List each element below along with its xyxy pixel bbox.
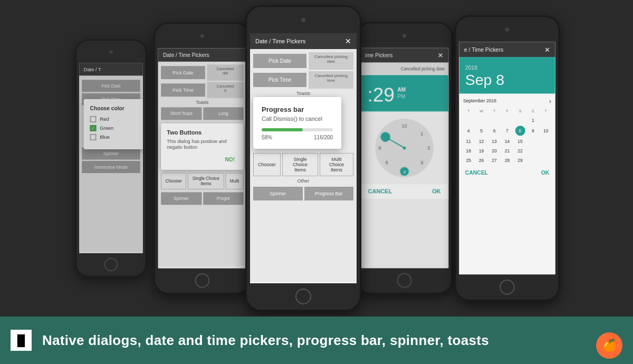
pm-label[interactable]: PM (397, 94, 406, 100)
day-27[interactable]: 27 (488, 156, 501, 164)
pick-date-btn-2[interactable]: Pick Date (161, 66, 205, 79)
blue-checkbox[interactable] (90, 134, 97, 140)
time-display: :29 AM PM (360, 75, 448, 112)
titlebar-3: Date / Time Pickers ✕ (250, 33, 357, 49)
cal-next-btn[interactable]: › (549, 97, 551, 104)
cal-nav: September 2018 › (459, 93, 555, 108)
progress-bar-btn-3[interactable]: Progress Bar (304, 187, 354, 200)
green-label: Green (100, 126, 113, 131)
day-22[interactable]: 22 (514, 147, 526, 155)
pick-time-btn-2[interactable]: Pick Time (161, 83, 205, 97)
time-picker: :29 AM PM 12 1 2 (360, 75, 448, 199)
day-21[interactable]: 21 (501, 147, 513, 155)
clock-face: 12 1 2 3 4 5 6 (360, 112, 448, 185)
clock-center (403, 147, 406, 150)
time-cancel-btn[interactable]: CANCEL (368, 188, 392, 195)
dow-s1: S (514, 108, 526, 114)
dialog-no-btn[interactable]: NO! (222, 155, 238, 164)
blue-label: Blue (100, 135, 110, 140)
day-13[interactable]: 13 (488, 137, 501, 145)
color-blue[interactable]: Blue (90, 134, 140, 140)
icon-symbol: ▐▌ (14, 334, 28, 347)
content-3: Pick Date Cancelled picking date Pick Ti… (250, 49, 357, 282)
day-26[interactable]: 26 (475, 156, 487, 164)
clock-5: 5 (386, 160, 388, 165)
day-29[interactable]: 29 (514, 156, 526, 164)
day-12[interactable]: 12 (475, 137, 487, 145)
single-choice-btn-2[interactable]: Single Choice Items (188, 173, 224, 189)
am-label[interactable]: AM (397, 87, 406, 93)
day-14[interactable]: 14 (501, 137, 513, 145)
content-1: Pick Date Pick Time Toasts Choose color … (79, 76, 143, 252)
week-3: 11 12 13 14 15 (462, 137, 552, 145)
phone-bottom-5 (456, 274, 559, 299)
day-18[interactable]: 18 (462, 147, 475, 155)
dialog-content-2: This dialog has positive and negativ but… (167, 139, 237, 149)
cancelled-time-2: Cancelledti (207, 82, 244, 98)
day-1[interactable]: 1 (526, 116, 539, 124)
day-empty-4 (501, 116, 513, 124)
progress-subtitle: Call Dismiss() to cancel (262, 116, 333, 122)
day-19[interactable]: 19 (475, 147, 487, 155)
day-15[interactable]: 15 (514, 137, 526, 145)
other-label-3: Other (253, 178, 353, 184)
phone-2: Date / Time Pickers Pick Date Cancelledd… (154, 22, 251, 294)
day-7[interactable]: 7 (501, 126, 513, 136)
phone-bottom-2 (155, 269, 249, 293)
day-25[interactable]: 25 (462, 156, 475, 164)
multi-choice-btn-3[interactable]: Multi Choice Items (320, 153, 353, 176)
pick-date-btn-1[interactable]: Pick Date (82, 80, 140, 92)
home-btn-5[interactable] (500, 280, 515, 294)
color-red[interactable]: Red (90, 116, 140, 122)
day-empty-3 (488, 116, 501, 124)
immersive-btn[interactable]: Immersive Mode (82, 161, 140, 173)
day-28[interactable]: 28 (501, 156, 513, 164)
phone-top-1 (76, 41, 146, 63)
spinner-btn-1[interactable]: Spinner (82, 148, 140, 160)
bottom-bar-logo: 🍊 (596, 332, 622, 359)
date-ok-btn[interactable]: OK (541, 170, 550, 176)
spinner-btn-2[interactable]: Spinner (161, 192, 202, 205)
day-empty-10 (540, 147, 552, 155)
short-toast-btn[interactable]: Short Toast (161, 107, 202, 120)
day-11[interactable]: 11 (462, 137, 475, 145)
home-btn-3[interactable] (295, 289, 311, 304)
date-picker: 2018 Sep 8 September 2018 › T W T F S S (459, 57, 555, 274)
close-icon-4[interactable]: ✕ (438, 52, 444, 59)
chooser-btn-3[interactable]: Chooser (253, 153, 281, 176)
close-icon-3[interactable]: ✕ (345, 37, 351, 45)
pick-date-btn-3[interactable]: Pick Date (253, 54, 306, 68)
multi-btn-2[interactable]: Multi (226, 173, 244, 189)
green-checkbox[interactable]: ✓ (90, 125, 97, 131)
time-ok-btn[interactable]: OK (432, 188, 441, 195)
date-year: 2018 (465, 64, 550, 70)
long-toast-btn[interactable]: Long (203, 107, 244, 120)
home-btn-2[interactable] (195, 273, 210, 288)
red-checkbox[interactable] (90, 116, 97, 122)
phone-top-5 (456, 17, 559, 42)
home-btn-4[interactable] (397, 273, 412, 288)
dow-w: W (475, 108, 487, 114)
day-6[interactable]: 6 (488, 126, 501, 136)
chooser-btn-2[interactable]: Chooser (161, 173, 186, 189)
day-4[interactable]: 4 (462, 126, 475, 136)
color-green[interactable]: ✓ Green (90, 125, 140, 131)
home-btn-1[interactable] (104, 258, 118, 272)
progress-dialog: Progress bar Call Dismiss() to cancel 58… (253, 97, 341, 149)
single-choice-btn-3[interactable]: Single Choice Items (282, 153, 318, 176)
progress-btn-2[interactable]: Progre (203, 192, 244, 205)
date-cancel-btn[interactable]: CANCEL (465, 170, 488, 176)
day-8[interactable]: 8 (515, 126, 525, 136)
dow-t2: T (488, 108, 501, 114)
close-icon-5[interactable]: ✕ (544, 46, 550, 53)
toasts-label-3: Toasts (253, 91, 353, 96)
phone-1: Date / T Pick Date Pick Time Toasts Choo… (75, 40, 147, 277)
time-value: :29 (368, 85, 395, 104)
spinner-btn-3[interactable]: Spinner (253, 187, 303, 200)
day-9[interactable]: 9 (526, 126, 539, 136)
day-20[interactable]: 20 (488, 147, 501, 155)
day-5[interactable]: 5 (475, 126, 487, 136)
titlebar-2: Date / Time Pickers (158, 48, 246, 62)
pick-time-btn-3[interactable]: Pick Time (253, 73, 306, 87)
day-10[interactable]: 10 (540, 126, 552, 136)
